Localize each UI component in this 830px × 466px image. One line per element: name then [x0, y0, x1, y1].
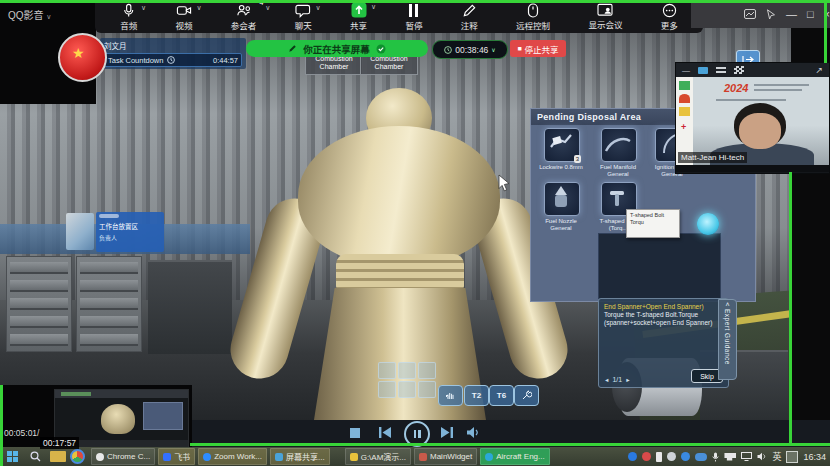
stop-share-button[interactable]: ■ 停止共享	[510, 40, 566, 57]
task-zoom[interactable]: Zoom Work...	[198, 448, 267, 465]
inventory-slot[interactable]	[418, 362, 436, 379]
picture-mode-icon[interactable]	[744, 9, 756, 19]
maximize-button[interactable]: □	[807, 8, 814, 20]
ime-indicator[interactable]: 英	[772, 450, 781, 463]
pause-button[interactable]: 暂停	[405, 3, 422, 31]
item-fuel-manifold[interactable]	[601, 128, 637, 162]
more-label: 更多	[661, 19, 678, 31]
previous-button[interactable]	[378, 426, 392, 439]
layout-speaker-icon[interactable]	[698, 67, 708, 74]
sharing-text: 你正在共享屏幕	[303, 42, 370, 56]
tray-usb-icon[interactable]	[656, 452, 662, 462]
stop-button[interactable]	[350, 428, 360, 438]
pause-bar	[414, 430, 417, 438]
webcam-overlay[interactable]: — ↗ 2024 + Matt-Jean Hi-tech	[675, 62, 830, 174]
start-button[interactable]	[0, 451, 24, 462]
chevron-down-icon[interactable]: ∨	[371, 3, 376, 11]
task-aircraft-engine[interactable]: Aircraft Eng...	[480, 448, 549, 465]
fuel-nozzle-icon	[545, 183, 577, 213]
inventory-slot[interactable]	[398, 381, 416, 398]
task-chrome[interactable]: Chrome C...	[91, 448, 155, 465]
tray-blue-app-icon[interactable]	[681, 452, 690, 461]
chevron-down-icon[interactable]: ∨	[491, 46, 495, 53]
annotate-button[interactable]: 注释	[461, 3, 478, 31]
share-button[interactable]: ∨ 共享	[350, 2, 367, 31]
remote-control-button[interactable]: 远程控制	[516, 3, 550, 31]
pencil-icon	[462, 3, 477, 18]
item-tooltip: T-shaped Bolt Torqu	[626, 209, 680, 238]
hand-tool-button[interactable]	[438, 385, 463, 406]
search-button[interactable]	[24, 451, 46, 462]
inventory-slot[interactable]	[378, 362, 396, 379]
minimize-icon[interactable]: —	[682, 66, 690, 75]
item-lockwire[interactable]: 3	[544, 128, 580, 162]
tray-disc-icon[interactable]	[667, 452, 676, 461]
task-feishu[interactable]: 飞书	[158, 448, 195, 465]
camera-icon	[176, 3, 192, 18]
expert-guidance-label: Expert Guidance	[724, 309, 731, 365]
chevron-down-icon[interactable]: ∨	[141, 4, 146, 12]
task-screenshare[interactable]: 屏幕共享...	[270, 448, 330, 465]
socket-tool-button[interactable]	[514, 385, 539, 406]
layout-rows-icon[interactable]	[716, 67, 726, 74]
audio-button[interactable]: ∨ 音频	[120, 3, 137, 31]
task-hud-panel: 刘文月 Task Countdown 0:44:57	[100, 38, 246, 69]
participant-name: Matt-Jean Hi-tech	[678, 152, 747, 163]
share-label: 共享	[350, 19, 367, 31]
video-button[interactable]: ∨ 视频	[176, 3, 193, 31]
participants-button[interactable]: 4 ∨ 参会者	[231, 3, 257, 31]
banner-text-line	[754, 84, 809, 86]
tray-mic-icon[interactable]	[712, 452, 719, 462]
share-timer[interactable]: 00:38:46 ∨	[432, 40, 508, 59]
wrench-icon	[521, 390, 532, 401]
tray-display-icon[interactable]	[741, 452, 752, 461]
layout-grid-icon[interactable]	[734, 66, 744, 74]
t2-label: T2	[472, 391, 481, 400]
pinned-chrome-icon[interactable]	[70, 449, 85, 464]
tray-expand-icon[interactable]	[786, 451, 798, 463]
show-meeting-button[interactable]: 显示会议	[588, 3, 622, 30]
minimize-button[interactable]: —	[786, 8, 797, 20]
chat-button[interactable]: ∨ 聊天	[295, 3, 312, 31]
task-countdown-row: Task Countdown 0:44:57	[104, 53, 242, 67]
task-chrome-label: Chrome C...	[107, 452, 150, 461]
webcam-titlebar: — ↗	[676, 63, 829, 77]
tray-volume-icon[interactable]	[757, 452, 767, 461]
notice-line2: 负责人	[99, 233, 161, 242]
tray-play-icon[interactable]	[628, 452, 637, 461]
inventory-slot[interactable]	[418, 381, 436, 398]
task-explorer[interactable]: G:\AM演示...	[345, 448, 411, 465]
chevron-down-icon[interactable]: ∨	[196, 4, 201, 12]
task-explorer-label: G:\AM演示...	[361, 451, 406, 462]
stop-square-icon: ■	[517, 45, 521, 52]
pinned-folder-icon[interactable]	[50, 451, 66, 462]
task-mainwidget[interactable]: MainWidget	[414, 448, 477, 465]
chevron-down-icon[interactable]: ∨	[265, 4, 270, 12]
share-screen-icon	[351, 2, 367, 18]
microphone-icon	[121, 3, 136, 18]
tray-red-app-icon[interactable]	[642, 452, 651, 461]
skip-label: Skip	[700, 373, 714, 380]
spanner-t6-button[interactable]: T6	[489, 385, 514, 406]
next-button[interactable]	[440, 426, 454, 439]
check-circle-icon	[376, 44, 386, 54]
inventory-slot[interactable]	[378, 381, 396, 398]
expert-guidance-tab[interactable]: ˄ Expert Guidance	[718, 299, 737, 380]
volume-button[interactable]	[466, 426, 481, 439]
inventory-grid[interactable]	[378, 362, 436, 398]
taskbar-clock[interactable]: 16:34	[803, 452, 826, 462]
qq-player-title[interactable]: QQ影音 ∨	[8, 7, 51, 22]
tray-chat-icon[interactable]	[695, 453, 707, 461]
spanner-t2-button[interactable]: T2	[464, 385, 489, 406]
guidance-line3: (spanner+socket+open End Spanner)	[604, 319, 723, 327]
tray-laptop-icon[interactable]	[724, 453, 736, 461]
pager-prev-icon[interactable]: ◄	[604, 377, 609, 383]
cursor-mode-icon[interactable]	[766, 9, 776, 20]
more-button[interactable]: 更多	[661, 3, 678, 31]
item-fuel-nozzle[interactable]	[544, 182, 580, 216]
pager-next-icon[interactable]: ►	[625, 377, 630, 383]
expand-icon[interactable]: ↗	[815, 65, 823, 75]
chevron-down-icon[interactable]: ∨	[316, 4, 321, 12]
inventory-slot[interactable]	[398, 362, 416, 379]
clock-icon	[167, 56, 175, 64]
